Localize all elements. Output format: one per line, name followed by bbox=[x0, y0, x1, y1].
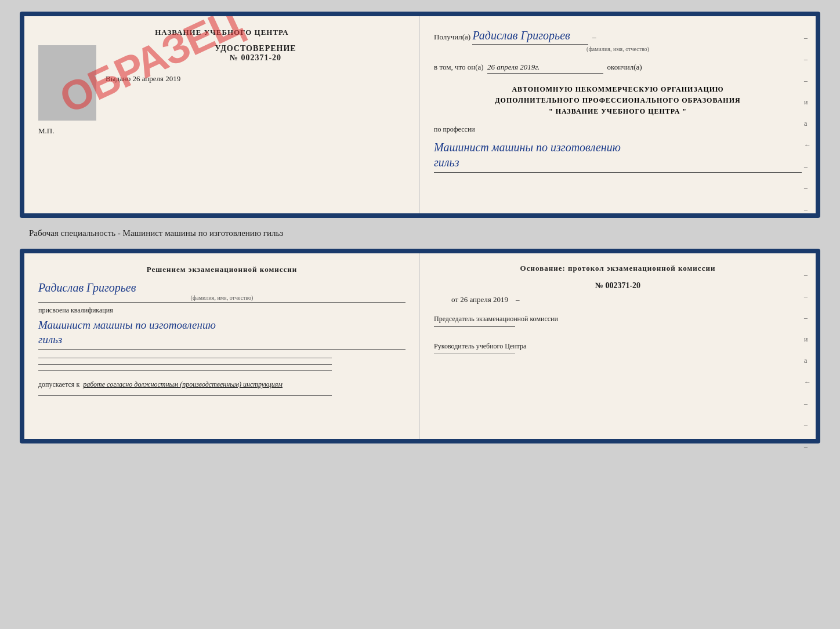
top-left-text-col: УДОСТОВЕРЕНИЕ № 002371-20 Выдано 26 апре… bbox=[106, 42, 405, 83]
profession-block: Машинист машины по изготовлению гильз bbox=[434, 140, 802, 173]
bdash-7: – bbox=[804, 399, 811, 408]
bottom-date-line: от 26 апреля 2019 – bbox=[451, 295, 802, 304]
underline-1 bbox=[38, 358, 332, 358]
bottom-name-caption: (фамилия, имя, отчество) bbox=[38, 294, 405, 301]
dopuskaetsya-prefix: допускается к bbox=[38, 380, 79, 388]
bottom-side-dashes: – – – и а ← – – – bbox=[804, 271, 811, 451]
chairman-signature-line bbox=[434, 326, 515, 327]
po-professii-label: по профессии bbox=[434, 125, 802, 134]
ot-date: 26 апреля 2019 bbox=[460, 295, 508, 304]
vydano-line: Выдано 26 апреля 2019 bbox=[106, 74, 405, 83]
bottom-doc-number: № 002371-20 bbox=[434, 281, 802, 290]
dopuskaetsya-text: работе согласно должностным (производств… bbox=[83, 380, 283, 388]
prisvoena-label: присвоена квалификация bbox=[38, 306, 405, 315]
dash-2: – bbox=[804, 55, 811, 64]
org-block: АВТОНОМНУЮ НЕКОММЕРЧЕСКУЮ ОРГАНИЗАЦИЮ ДО… bbox=[434, 84, 802, 118]
bottom-recipient-name: Радислав Григорьев bbox=[38, 281, 136, 294]
photo-placeholder bbox=[38, 45, 96, 121]
bdash-2: – bbox=[804, 292, 811, 301]
dash-7: – bbox=[804, 162, 811, 171]
poluchil-prefix: Получил(а) bbox=[434, 32, 470, 41]
poluchil-line: Получил(а) Радислав Григорьев – (фамилия… bbox=[434, 27, 802, 53]
dash-8: – bbox=[804, 184, 811, 192]
bottom-left-heading: Решением экзаменационной комиссии bbox=[38, 265, 405, 274]
top-left-content-row: УДОСТОВЕРЕНИЕ № 002371-20 Выдано 26 апре… bbox=[38, 42, 405, 121]
mp-line: М.П. bbox=[38, 126, 405, 136]
org-line2: ДОПОЛНИТЕЛЬНОГО ПРОФЕССИОНАЛЬНОГО ОБРАЗО… bbox=[434, 95, 802, 106]
dash-3: – bbox=[804, 77, 811, 85]
bdash-3: – bbox=[804, 314, 811, 322]
top-document-wrapper: НАЗВАНИЕ УЧЕБНОГО ЦЕНТРА УДОСТОВЕРЕНИЕ №… bbox=[20, 12, 820, 218]
vtom-prefix: в том, что он(а) bbox=[434, 63, 484, 71]
bdash-5: а bbox=[804, 357, 811, 365]
underline-2 bbox=[38, 364, 332, 365]
dash-9: – bbox=[804, 205, 811, 214]
vtom-date-underline: 26 апреля 2019г. bbox=[487, 61, 603, 74]
vtom-date: 26 апреля 2019г. bbox=[487, 63, 540, 71]
dash-4: и bbox=[804, 98, 811, 107]
doc-number: № 002371-20 bbox=[106, 53, 405, 63]
dash-1: – bbox=[804, 34, 811, 42]
director-block: Руководитель учебного Центра bbox=[434, 341, 802, 354]
profession-text-2: гильз bbox=[434, 156, 459, 169]
director-label: Руководитель учебного Центра bbox=[434, 342, 526, 350]
bdash-4: и bbox=[804, 335, 811, 344]
top-document-inner: НАЗВАНИЕ УЧЕБНОГО ЦЕНТРА УДОСТОВЕРЕНИЕ №… bbox=[24, 16, 816, 213]
separator-label: Рабочая специальность - Машинист машины … bbox=[12, 228, 283, 238]
bottom-name-block: Радислав Григорьев (фамилия, имя, отчест… bbox=[38, 281, 405, 303]
org-line1: АВТОНОМНУЮ НЕКОММЕРЧЕСКУЮ ОРГАНИЗАЦИЮ bbox=[434, 84, 802, 95]
top-left-panel: НАЗВАНИЕ УЧЕБНОГО ЦЕНТРА УДОСТОВЕРЕНИЕ №… bbox=[24, 16, 420, 213]
bdash-9: – bbox=[804, 442, 811, 451]
org-name: " НАЗВАНИЕ УЧЕБНОГО ЦЕНТРА " bbox=[434, 106, 802, 117]
bottom-profession-1: Машинист машины по изготовлению bbox=[38, 319, 216, 331]
side-dashes: – – – и а ← – – – bbox=[804, 34, 811, 214]
bottom-document-wrapper: Решением экзаменационной комиссии Радисл… bbox=[20, 249, 820, 443]
underline-3 bbox=[38, 370, 332, 371]
okonchil-label: окончил(а) bbox=[607, 63, 642, 71]
bottom-document-inner: Решением экзаменационной комиссии Радисл… bbox=[24, 253, 816, 439]
name-underline: Радислав Григорьев bbox=[472, 27, 588, 45]
bottom-right-heading: Основание: протокол экзаменационной коми… bbox=[434, 264, 802, 273]
dash-6: ← bbox=[804, 141, 811, 150]
chairman-label: Председатель экзаменационной комиссии bbox=[434, 315, 558, 323]
dash-5: а bbox=[804, 119, 811, 128]
top-left-title: НАЗВАНИЕ УЧЕБНОГО ЦЕНТРА bbox=[38, 28, 405, 37]
dopuskaetsya-block: допускается к работе согласно должностны… bbox=[38, 379, 405, 390]
vtom-line: в том, что он(а) 26 апреля 2019г. окончи… bbox=[434, 61, 802, 74]
name-caption: (фамилия, имя, отчество) bbox=[434, 45, 802, 53]
director-signature-line bbox=[434, 354, 515, 354]
bottom-right-panel: – – – и а ← – – – Основание: протокол эк… bbox=[420, 253, 816, 439]
bdash-6: ← bbox=[804, 378, 811, 387]
recipient-name: Радислав Григорьев bbox=[472, 29, 570, 42]
bottom-profession-block: Машинист машины по изготовлению гильз bbox=[38, 318, 405, 350]
bottom-left-panel: Решением экзаменационной комиссии Радисл… bbox=[24, 253, 420, 439]
chairman-block: Председатель экзаменационной комиссии bbox=[434, 314, 802, 327]
top-right-panel: – – – и а ← – – – Получил(а) Радислав Гр… bbox=[420, 16, 816, 213]
vydano-label: Выдано bbox=[106, 74, 131, 83]
bdash-8: – bbox=[804, 421, 811, 430]
profession-text-1: Машинист машины по изготовлению bbox=[434, 141, 621, 154]
ot-prefix: от bbox=[451, 295, 458, 304]
udostoverenie-label: УДОСТОВЕРЕНИЕ bbox=[106, 44, 405, 53]
underline-4 bbox=[38, 395, 332, 396]
bottom-profession-2: гильз bbox=[38, 333, 62, 346]
bdash-1: – bbox=[804, 271, 811, 279]
vydano-date: 26 апреля 2019 bbox=[133, 74, 181, 83]
